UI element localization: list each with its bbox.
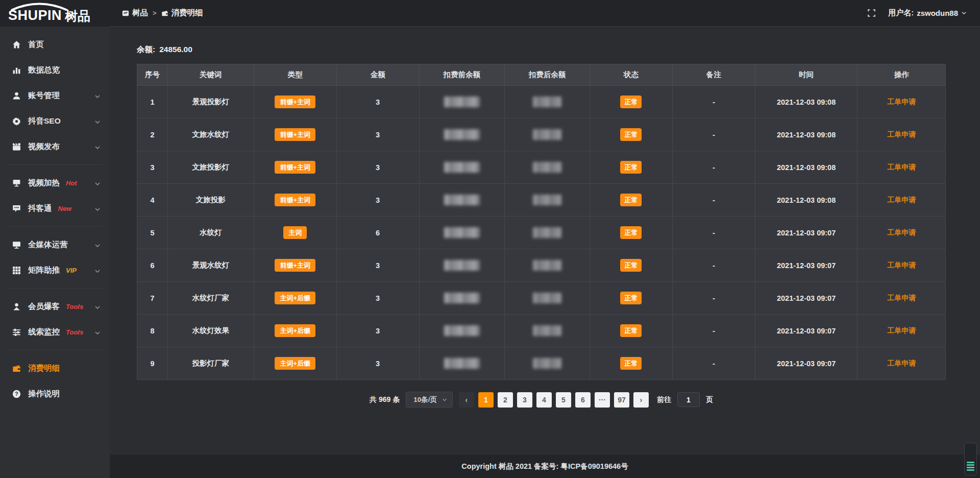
cell-pre-balance	[419, 347, 504, 380]
sidebar-item-video[interactable]: 视频发布	[0, 134, 110, 159]
cell-index: 6	[137, 249, 168, 282]
chart-icon	[12, 66, 21, 75]
cell-status: 正常	[590, 315, 672, 347]
sidebar-item-label: 抖客通	[28, 203, 52, 214]
status-badge: 正常	[620, 226, 642, 239]
work-order-link[interactable]: 工单申请	[887, 294, 916, 302]
cell-post-balance	[504, 86, 590, 118]
work-order-link[interactable]: 工单申请	[887, 228, 916, 236]
sidebar-item-sliders[interactable]: 线索监控Tools	[0, 319, 110, 345]
redacted-balance	[444, 293, 480, 303]
balance-value: 24856.00	[159, 45, 192, 54]
sidebar-divider	[7, 164, 103, 165]
cell-action: 工单申请	[857, 249, 946, 282]
cell-keyword: 水纹灯效果	[167, 315, 254, 347]
sidebar-item-grid[interactable]: 矩阵助推VIP	[0, 257, 110, 283]
cell-keyword: 水纹灯厂家	[167, 282, 254, 315]
page-size-value: 10条/页	[413, 395, 437, 404]
sidebar-item-screen[interactable]: 视频加热Hot	[0, 170, 110, 196]
widget-stripe	[967, 464, 974, 466]
table-row: 9投影灯厂家主词+后缀3正常-2021-12-03 09:07工单申请	[137, 347, 946, 380]
next-page-button[interactable]: ›	[633, 392, 649, 408]
status-badge: 正常	[620, 259, 642, 272]
redacted-balance	[533, 325, 561, 336]
work-order-link[interactable]: 工单申请	[887, 98, 916, 106]
table-row: 8水纹灯效果主词+后缀3正常-2021-12-03 09:07工单申请	[137, 315, 946, 347]
cell-time: 2021-12-03 09:07	[755, 315, 857, 347]
app-logo[interactable]: SHUPIN 树品	[0, 0, 110, 27]
page-size-select[interactable]: 10条/页	[406, 392, 453, 408]
cell-remark: -	[672, 249, 755, 282]
sidebar-item-gear[interactable]: 抖音SEO	[0, 108, 110, 134]
cell-remark: -	[672, 118, 755, 151]
sidebar-item-monitor[interactable]: 全媒体运营	[0, 232, 110, 257]
question-icon: ?	[12, 390, 21, 398]
cell-post-balance	[504, 118, 590, 151]
work-order-link[interactable]: 工单申请	[887, 261, 916, 269]
cell-index: 9	[137, 347, 168, 380]
cell-pre-balance	[419, 86, 504, 118]
cell-keyword: 景观投影灯	[167, 86, 254, 118]
page-button-97[interactable]: 97	[614, 392, 629, 408]
status-badge: 正常	[620, 357, 642, 370]
floating-widget[interactable]	[964, 443, 977, 475]
redacted-balance	[444, 358, 480, 369]
column-header: 操作	[857, 64, 946, 86]
username-value: zswodun88	[917, 9, 958, 17]
wallet-icon	[12, 364, 21, 373]
sidebar-item-chart[interactable]: 数据总览	[0, 57, 110, 83]
chevron-down-icon	[94, 267, 101, 273]
cell-post-balance	[504, 151, 590, 184]
sidebar-item-badge: Tools	[66, 328, 83, 336]
status-badge: 正常	[620, 161, 642, 174]
breadcrumb-current[interactable]: 消费明细	[161, 8, 203, 18]
cell-amount: 3	[336, 315, 419, 347]
widget-stripe	[967, 462, 974, 463]
user-menu[interactable]: 用户名: zswodun88	[888, 8, 967, 18]
page-button-1[interactable]: 1	[478, 392, 494, 408]
cell-amount: 3	[336, 347, 419, 380]
prev-page-button[interactable]: ‹	[459, 392, 474, 408]
cell-status: 正常	[590, 118, 672, 151]
sidebar-item-home[interactable]: 首页	[0, 32, 110, 57]
work-order-link[interactable]: 工单申请	[887, 196, 916, 204]
cell-status: 正常	[590, 184, 672, 217]
cell-amount: 3	[336, 86, 419, 118]
type-badge: 前缀+主词	[275, 194, 315, 206]
breadcrumb: 树品 > 消费明细	[122, 8, 203, 18]
cell-keyword: 文旅水纹灯	[167, 118, 254, 151]
sidebar-item-member[interactable]: 会员爆客Tools	[0, 294, 110, 319]
page-button-6[interactable]: 6	[575, 392, 591, 408]
ellipsis-page-button[interactable]: ···	[595, 392, 610, 408]
wallet-icon	[161, 10, 168, 17]
work-order-link[interactable]: 工单申请	[887, 163, 916, 171]
work-order-link[interactable]: 工单申请	[887, 359, 916, 367]
cell-remark: -	[672, 151, 755, 184]
column-header: 扣费前余额	[419, 64, 504, 86]
page-button-3[interactable]: 3	[517, 392, 532, 408]
status-badge: 正常	[620, 292, 642, 304]
sidebar-item-chat[interactable]: 抖客通New	[0, 196, 110, 221]
work-order-link[interactable]: 工单申请	[887, 130, 916, 138]
table-row: 7水纹灯厂家主词+后缀3正常-2021-12-03 09:07工单申请	[137, 282, 946, 315]
cell-post-balance	[504, 249, 590, 282]
main-area: 余额:24856.00 序号关键词类型金额扣费前余额扣费后余额状态备注时间操作 …	[110, 27, 980, 478]
page-button-4[interactable]: 4	[536, 392, 552, 408]
chevron-down-icon	[961, 10, 967, 16]
sidebar-item-wallet[interactable]: 消费明细	[0, 355, 110, 381]
cell-index: 2	[137, 118, 168, 151]
cell-index: 1	[137, 86, 168, 118]
page-button-2[interactable]: 2	[498, 392, 513, 408]
cell-index: 4	[137, 184, 168, 217]
fullscreen-icon[interactable]	[867, 9, 876, 17]
sidebar-item-user[interactable]: 账号管理	[0, 83, 110, 108]
breadcrumb-home[interactable]: 树品	[122, 8, 148, 18]
work-order-link[interactable]: 工单申请	[887, 326, 916, 334]
goto-page-input[interactable]	[677, 392, 700, 407]
chevron-down-icon	[442, 397, 447, 402]
sidebar-item-label: 全媒体运营	[28, 240, 68, 250]
table-header-row: 序号关键词类型金额扣费前余额扣费后余额状态备注时间操作	[137, 64, 946, 86]
cell-pre-balance	[419, 184, 504, 217]
page-button-5[interactable]: 5	[556, 392, 571, 408]
sidebar-item-question[interactable]: ?操作说明	[0, 381, 110, 407]
